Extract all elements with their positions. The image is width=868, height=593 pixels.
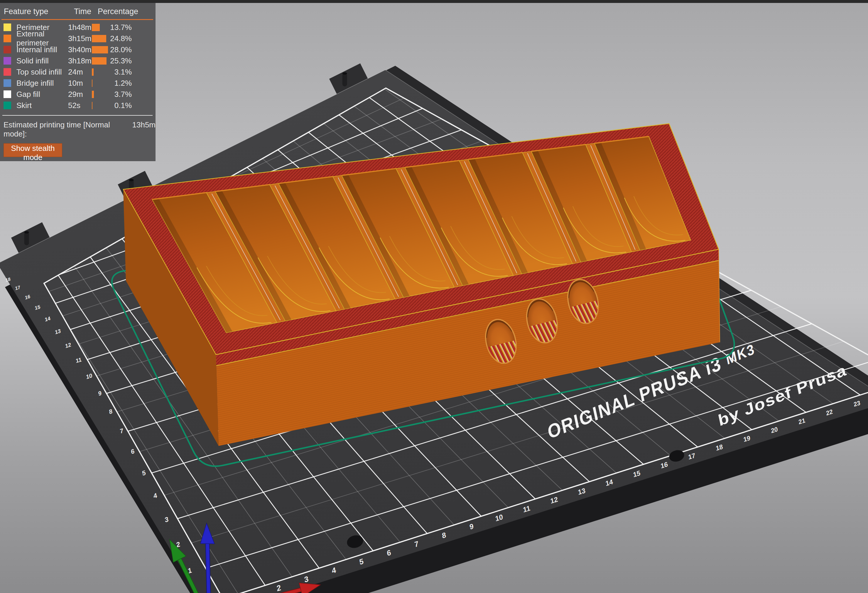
feature-percentage: 3.1% (109, 68, 132, 77)
percentage-bar-track (92, 102, 109, 109)
bed-tab-pin (24, 232, 29, 245)
header-underline (1, 19, 153, 20)
legend-rows: Perimeter1h48m13.7%External perimeter3h1… (0, 22, 155, 111)
bed-tab-pin-top (24, 231, 29, 234)
feature-time: 3h15m (68, 34, 92, 43)
percentage-bar-track (92, 24, 109, 31)
feature-label: Bridge infill (16, 79, 68, 88)
bed-tab-pin (342, 73, 347, 86)
feature-label: Skirt (16, 101, 68, 110)
estimated-time-value: 13h5m (132, 120, 156, 139)
feature-label: Top solid infill (16, 68, 68, 77)
legend-row-skirt: Skirt52s0.1% (0, 100, 155, 111)
feature-time: 3h18m (68, 56, 92, 65)
feature-legend-panel: Feature type Time Percentage Perimeter1h… (0, 3, 155, 161)
feature-time: 52s (68, 101, 92, 110)
feature-color-swatch (3, 46, 11, 53)
estimated-time-row: Estimated printing time [Normal mode]: 1… (3, 120, 155, 139)
percentage-bar-track (92, 91, 109, 98)
estimated-time-label: Estimated printing time [Normal mode]: (3, 120, 124, 139)
feature-label: Gap fill (16, 90, 68, 99)
header-time: Time (74, 7, 98, 16)
feature-percentage: 1.2% (109, 79, 132, 88)
feature-color-swatch (3, 57, 11, 65)
feature-label: Solid infill (16, 56, 68, 65)
feature-time: 24m (68, 68, 92, 77)
percentage-bar (92, 46, 108, 53)
percentage-bar (92, 68, 94, 76)
feature-time: 29m (68, 90, 92, 99)
legend-row-external-perimeter: External perimeter3h15m24.8% (0, 33, 155, 44)
feature-time: 3h40m (68, 45, 92, 54)
window-top-strip (0, 0, 868, 3)
feature-color-swatch (3, 79, 11, 87)
legend-row-internal-infill: Internal infill3h40m28.0% (0, 44, 155, 55)
legend-row-bridge-infill: Bridge infill10m1.2% (0, 77, 155, 89)
feature-percentage: 25.3% (109, 56, 132, 65)
feature-color-swatch (3, 35, 11, 42)
percentage-bar-track (92, 57, 109, 65)
header-percentage: Percentage (98, 7, 138, 16)
slicer-preview-window: 2345678910111213141516171819202122231234… (0, 0, 868, 593)
feature-percentage: 13.7% (109, 23, 132, 32)
legend-row-top-solid-infill: Top solid infill24m3.1% (0, 67, 155, 77)
percentage-bar-track (92, 46, 109, 53)
feature-percentage: 28.0% (109, 45, 132, 54)
percentage-bar (92, 102, 92, 109)
show-stealth-mode-button[interactable]: Show stealth mode (3, 143, 62, 157)
feature-time: 10m (68, 79, 92, 88)
legend-row-gap-fill: Gap fill29m3.7% (0, 89, 155, 100)
feature-time: 1h48m (68, 23, 92, 32)
bed-tab-pin-top (129, 179, 134, 181)
feature-color-swatch (3, 68, 11, 76)
bed-tab-pin-top (342, 72, 347, 75)
percentage-bar (92, 35, 106, 42)
feature-label: Internal infill (16, 45, 68, 54)
feature-percentage: 3.7% (109, 90, 132, 99)
feature-color-swatch (3, 90, 11, 98)
percentage-bar-track (92, 68, 109, 76)
feature-color-swatch (3, 24, 11, 31)
feature-color-swatch (3, 102, 11, 109)
feature-percentage: 0.1% (109, 101, 132, 110)
header-feature-type: Feature type (4, 7, 74, 16)
percentage-bar-track (92, 80, 109, 87)
percentage-bar (92, 80, 92, 87)
legend-header: Feature type Time Percentage (0, 7, 155, 16)
percentage-bar-track (92, 35, 109, 42)
legend-row-solid-infill: Solid infill3h18m25.3% (0, 55, 155, 67)
percentage-bar (92, 57, 106, 65)
legend-divider (2, 115, 153, 116)
percentage-bar (92, 91, 94, 98)
feature-percentage: 24.8% (109, 34, 132, 43)
percentage-bar (92, 24, 100, 31)
